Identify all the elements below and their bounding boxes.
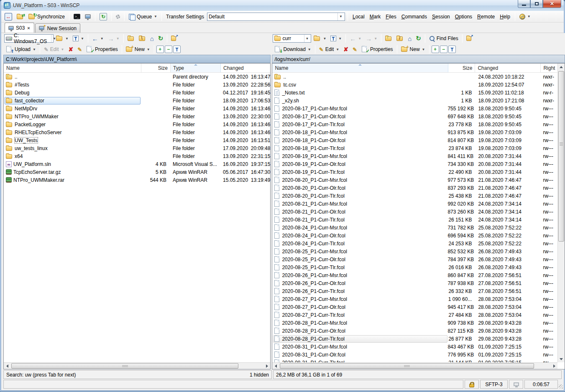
parent-directory-button[interactable]: ↑ (383, 33, 394, 43)
file-row[interactable]: 2020-08-26_P1-Curr-Olr.fcol787 938 KB27.… (272, 279, 557, 287)
file-row[interactable]: 2020-08-27_P1-Curr-Msr.fcol1 090 60...28… (272, 295, 557, 303)
column-header-rights[interactable]: Right (541, 64, 557, 72)
find-files-button[interactable]: Find Files (427, 33, 460, 43)
file-row[interactable]: NTPro_UWMMakerFile folder13.09.2020 22:3… (4, 112, 270, 120)
file-row[interactable]: 2020-08-28_P1-Curr-Tlr.fcol26 877 KB29.0… (272, 335, 557, 343)
file-row[interactable]: 2020-08-19_P1-Curr-Olr.fcol734 330 KB20.… (272, 160, 557, 168)
file-row[interactable]: DebugFile folder04.12.2017 19:16:45 (4, 89, 270, 97)
scroll-left-icon[interactable] (272, 363, 279, 369)
parent-directory-button[interactable]: ↑ (126, 33, 136, 43)
new-button[interactable]: + New▼ (124, 44, 152, 54)
forward-button[interactable]: →▼ (364, 33, 379, 43)
file-row[interactable]: 2020-08-19_P1-Curr-Msr.fcol841 411 KB20.… (272, 152, 557, 160)
file-row[interactable]: 2020-08-24_P1-Curr-Msr.fcol731 782 KB25.… (272, 224, 557, 232)
file-row[interactable]: 2020-08-25_P1-Curr-Tlr.fcol26 016 KB26.0… (272, 263, 557, 271)
column-header-name[interactable]: Name (4, 64, 141, 72)
local-path-bar[interactable]: C:\Work\!projects\UW_Platform\ (3, 55, 271, 63)
add-symlink-button[interactable]: ↗ (169, 33, 180, 43)
menu-commands[interactable]: Commands (399, 13, 429, 20)
edit-button[interactable]: ✎ Edit▼ (42, 44, 66, 54)
close-button[interactable]: ✕ (543, 0, 561, 8)
drive-combo[interactable]: C: Windows7_OS ▼ (4, 34, 54, 43)
file-row[interactable]: 2020-08-25_P1-Curr-Olr.fcol784 397 KB26.… (272, 255, 557, 263)
file-row[interactable]: 2020-08-21_P1-Curr-Olr.fcol873 260 KB24.… (272, 208, 557, 216)
file-row[interactable]: 2020-08-26_P1-Curr-Tlr.fcol26 332 KB27.0… (272, 287, 557, 295)
file-row[interactable]: 2020-08-19_P1-Curr-Tlr.fcol22 490 KB20.0… (272, 168, 557, 176)
connection-section[interactable] (509, 380, 523, 389)
file-row[interactable]: x64File folder13.09.2020 22:31:15 (4, 152, 270, 160)
file-row[interactable]: 2020-08-20_P1-Curr-Tlr.fcol25 438 KB21.0… (272, 192, 557, 200)
file-row[interactable]: 2020-08-28_P1-Curr-Olr.fcol827 115 KB29.… (272, 327, 557, 335)
file-row[interactable]: #TestsFile folder13.09.2020 22:28:56 (4, 81, 270, 89)
tab-new-session[interactable]: ✦ New Session (35, 23, 80, 33)
file-row[interactable]: 2020-08-18_P1-Curr-Tlr.fcol23 874 KB19.0… (272, 144, 557, 152)
menu-files[interactable]: Files (383, 13, 398, 20)
menu-help[interactable]: Help (498, 13, 512, 20)
file-row[interactable]: 2020-08-26_P1-Curr-Msr.fcol860 847 KB27.… (272, 271, 557, 279)
add-symlink-button[interactable]: ↗ (465, 33, 475, 43)
new-button[interactable]: + New▼ (399, 44, 427, 54)
scroll-up-icon[interactable] (558, 64, 565, 70)
scroll-right-icon[interactable] (551, 363, 557, 369)
upload-button[interactable]: ⇑ Upload▼ (4, 44, 38, 54)
preferences-button[interactable] (114, 12, 122, 22)
protocol-section[interactable]: SFTP-3 (480, 380, 508, 389)
open-directory-button[interactable]: ▼ (54, 33, 70, 43)
file-row[interactable]: 2020-08-20_P1-Curr-Msr.fcol977 573 KB21.… (272, 176, 557, 184)
remote-path-bar[interactable]: /logs/moex/curr/ (272, 55, 565, 63)
refresh-button[interactable]: ↻ (414, 33, 423, 43)
file-row[interactable]: RHELTcpEchoServerFile folder14.09.2020 1… (4, 128, 270, 136)
column-header-size[interactable]: Size (141, 64, 171, 72)
synchronize-browsing-button[interactable]: ⇄ (15, 12, 26, 22)
file-row[interactable]: TcpEchoServer.tar.gz5 KBАрхив WinRAR05.0… (4, 168, 270, 176)
file-row[interactable]: 2020-08-20_P1-Curr-Olr.fcol837 293 KB21.… (272, 184, 557, 192)
swap-panels-button[interactable]: ↔ (3, 12, 14, 22)
file-row[interactable]: 2020-08-21_P1-Curr-Msr.fcol992 020 KB24.… (272, 200, 557, 208)
file-row[interactable]: NTPro_UWMMaker.rar544 KBАрхив WinRAR15.0… (4, 176, 270, 184)
properties-button[interactable]: ✓ Properties (360, 44, 395, 54)
file-row[interactable]: 2020-08-24_P1-Curr-Olr.fcol696 594 KB25.… (272, 232, 557, 239)
root-directory-button[interactable]: / (395, 33, 405, 43)
file-row[interactable]: uw_tests_linuxFile folder17.09.2020 20:0… (4, 144, 270, 152)
menu-mark[interactable]: Mark (368, 13, 383, 20)
unselect-files-button[interactable]: − (165, 46, 172, 53)
unselect-files-button[interactable]: − (440, 46, 447, 53)
file-row[interactable]: 2020-08-27_P1-Curr-Tlr.fcol27 484 KB28.0… (272, 311, 557, 319)
remote-horizontal-scrollbar[interactable] (272, 362, 557, 369)
selection-mask-button[interactable] (173, 46, 181, 53)
synchronize-button[interactable]: ↻ Synchronize (27, 12, 66, 22)
menu-remote[interactable]: Remote (475, 13, 497, 20)
file-row[interactable]: 2020-08-31_P1-Curr-Tlr.fcol21 144 KB01.0… (272, 359, 557, 362)
file-row[interactable]: tc.csv18.09.2020 12:54:07rwxr- (272, 81, 557, 89)
file-row[interactable]: 2020-08-18_P1-Curr-Msr.fcol913 875 KB19.… (272, 128, 557, 136)
file-row[interactable]: 2020-08-17_P1-Curr-Tlr.fcol23 778 KB18.0… (272, 120, 557, 128)
chevron-down-icon[interactable]: ▼ (304, 35, 310, 42)
maximize-button[interactable] (530, 0, 543, 8)
file-row[interactable]: 2020-08-17_P1-Curr-Olr.fcol697 648 KB18.… (272, 112, 557, 120)
delete-button[interactable]: ✘ (342, 44, 350, 54)
forward-button[interactable]: →▼ (106, 33, 121, 43)
column-header-name[interactable]: Name (272, 64, 448, 72)
properties-button[interactable]: ✓ Properties (84, 44, 120, 54)
filter-button[interactable]: ▼ (71, 33, 86, 43)
column-header-size[interactable]: Size (448, 64, 475, 72)
filter-button[interactable]: ▼ (329, 33, 343, 43)
select-files-button[interactable]: + (156, 46, 164, 53)
column-header-changed[interactable]: Changed (221, 64, 270, 72)
column-header-type[interactable]: Type (171, 64, 221, 72)
encryption-section[interactable] (465, 380, 479, 389)
file-row[interactable]: _Notes.txt1 KB15.09.2020 11:02:18rw-r- (272, 89, 557, 97)
scroll-right-icon[interactable] (263, 363, 270, 369)
rename-button[interactable]: ✎ (76, 44, 84, 54)
explorer-style-button[interactable]: ▼ (518, 12, 532, 22)
refresh-session-button[interactable]: ↻ (98, 12, 109, 22)
scroll-left-icon[interactable] (4, 363, 10, 369)
column-header-changed[interactable]: Changed (475, 64, 541, 72)
root-directory-button[interactable]: \ (137, 33, 148, 43)
file-row[interactable]: 2020-08-25_P1-Curr-Msr.fcol852 532 KB26.… (272, 247, 557, 255)
refresh-button[interactable]: ↻ (156, 33, 165, 43)
file-row[interactable]: 2020-08-27_P1-Curr-Olr.fcol945 417 KB28.… (272, 303, 557, 311)
rename-button[interactable]: ✎ (351, 44, 359, 54)
local-horizontal-scrollbar[interactable] (4, 362, 270, 369)
file-row[interactable]: NetMpDrvFile folder14.09.2020 16:13:46 (4, 104, 270, 112)
